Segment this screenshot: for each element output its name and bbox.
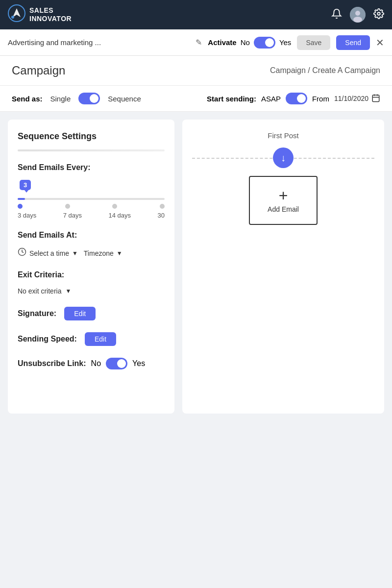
logo-area: SALES INNOVATOR: [8, 4, 72, 25]
signature-section: Signature: Edit: [18, 307, 165, 320]
top-nav: SALES INNOVATOR: [0, 0, 392, 29]
slider-dot-4[interactable]: [160, 204, 165, 209]
slider-fill: [18, 198, 25, 200]
timezone-dropdown[interactable]: Timezone ▼: [84, 249, 122, 257]
svg-point-5: [353, 17, 362, 23]
send-as-single: Single: [50, 95, 71, 103]
slider-dot-3[interactable]: [112, 204, 117, 209]
unsubscribe-toggle[interactable]: [106, 358, 127, 369]
timezone-label: Timezone: [84, 249, 114, 257]
start-sending-toggle[interactable]: [286, 93, 307, 104]
unsubscribe-label: Unsubscribe Link:: [18, 359, 86, 368]
activate-toggle[interactable]: [254, 37, 275, 49]
page-header: Campaign Campaign / Create A Campaign: [0, 56, 392, 86]
activate-no-label: No: [241, 38, 250, 47]
send-emails-at-label: Send Emails At:: [18, 231, 165, 240]
activate-section: Activate No Yes: [208, 37, 291, 49]
exit-criteria-dropdown[interactable]: No exit criteria ▼: [18, 287, 165, 295]
sending-speed-label: Sending Speed:: [18, 335, 77, 343]
unsubscribe-section: Unsubscribe Link: No Yes: [18, 358, 165, 369]
campaign-name: Advertising and marketing ...: [8, 38, 187, 47]
toolbar: Advertising and marketing ... ✎ Activate…: [0, 29, 392, 56]
slider-track: [18, 198, 165, 200]
unsubscribe-yes: Yes: [132, 359, 145, 368]
svg-point-6: [377, 12, 380, 15]
unsubscribe-no: No: [91, 359, 101, 368]
settings-icon[interactable]: [373, 8, 384, 22]
select-time-label: Select a time: [29, 249, 69, 257]
svg-rect-7: [372, 95, 379, 102]
send-as-sequence: Sequence: [108, 95, 141, 103]
clock-icon: [18, 247, 26, 259]
send-as-label: Send as:: [12, 95, 43, 103]
slider-dot-1[interactable]: [18, 204, 23, 209]
add-email-plus-icon: +: [279, 188, 288, 203]
date-value: 11/10/2020: [334, 95, 368, 102]
slider-label-2: 7 days: [63, 212, 82, 219]
time-dropdown[interactable]: Select a time ▼: [18, 247, 78, 259]
calendar-icon[interactable]: [371, 94, 380, 104]
start-sending-section: Start sending: ASAP From 11/10/2020: [207, 93, 380, 104]
send-emails-every-section: Send Emails Every: 3 3 days 7 days 14 da…: [18, 163, 165, 219]
send-as-toggle[interactable]: [78, 93, 100, 104]
send-emails-at-section: Send Emails At: Select a time ▼ Timezone…: [18, 231, 165, 259]
activate-yes-label: Yes: [279, 38, 291, 47]
sequence-settings-title: Sequence Settings: [18, 131, 165, 142]
edit-icon[interactable]: ✎: [196, 38, 202, 47]
svg-marker-1: [13, 8, 21, 17]
down-arrow-bubble: ↓: [273, 147, 294, 168]
first-post-label: First Post: [268, 131, 298, 140]
sending-speed-section: Sending Speed: Edit: [18, 332, 165, 346]
date-input[interactable]: 11/10/2020: [334, 94, 380, 104]
exit-criteria-section: Exit Criteria: No exit criteria ▼: [18, 270, 165, 295]
slider-label-3: 14 days: [109, 212, 131, 219]
asap-label: ASAP: [261, 95, 281, 103]
exit-criteria-label: Exit Criteria:: [18, 270, 165, 279]
slider-labels: 3 days 7 days 14 days 30: [18, 212, 165, 219]
breadcrumb: Campaign / Create A Campaign: [270, 66, 380, 75]
logo-icon: [8, 4, 25, 25]
svg-point-4: [355, 11, 360, 16]
no-exit-criteria-label: No exit criteria: [18, 287, 61, 295]
from-label: From: [312, 95, 329, 103]
timezone-dropdown-arrow: ▼: [117, 250, 122, 257]
avatar[interactable]: [350, 7, 366, 23]
slider-label-1: 3 days: [18, 212, 36, 219]
page-title: Campaign: [12, 64, 65, 77]
send-button[interactable]: Send: [336, 35, 370, 50]
time-dropdown-arrow: ▼: [72, 250, 78, 257]
notification-icon[interactable]: [331, 8, 342, 22]
save-button[interactable]: Save: [297, 35, 330, 50]
activate-label: Activate: [208, 38, 236, 47]
add-email-text: Add Email: [268, 205, 299, 213]
exit-dropdown-arrow: ▼: [65, 288, 71, 294]
send-as-bar: Send as: Single Sequence Start sending: …: [0, 86, 392, 112]
svg-point-2: [11, 16, 14, 19]
left-panel: Sequence Settings Send Emails Every: 3 3…: [8, 120, 174, 414]
flow-line: ↓: [192, 147, 374, 168]
slider-dot-2[interactable]: [65, 204, 70, 209]
send-emails-every-label: Send Emails Every:: [18, 163, 165, 172]
close-button[interactable]: ✕: [376, 37, 384, 49]
slider-label-4: 30: [158, 212, 165, 219]
right-panel: First Post ↓ + Add Email: [182, 120, 384, 414]
logo-text: SALES INNOVATOR: [29, 6, 72, 23]
signature-label: Signature:: [18, 309, 56, 318]
time-select: Select a time ▼ Timezone ▼: [18, 247, 165, 259]
slider-dots: [18, 204, 165, 209]
edit-signature-button[interactable]: Edit: [64, 307, 96, 320]
main-content: Sequence Settings Send Emails Every: 3 3…: [0, 120, 392, 414]
divider: [18, 149, 165, 151]
slider-value-bubble: 3: [20, 180, 31, 190]
add-email-button[interactable]: + Add Email: [249, 176, 318, 225]
nav-icons: [331, 7, 384, 23]
edit-speed-button[interactable]: Edit: [85, 332, 116, 346]
start-sending-label: Start sending:: [207, 95, 256, 103]
